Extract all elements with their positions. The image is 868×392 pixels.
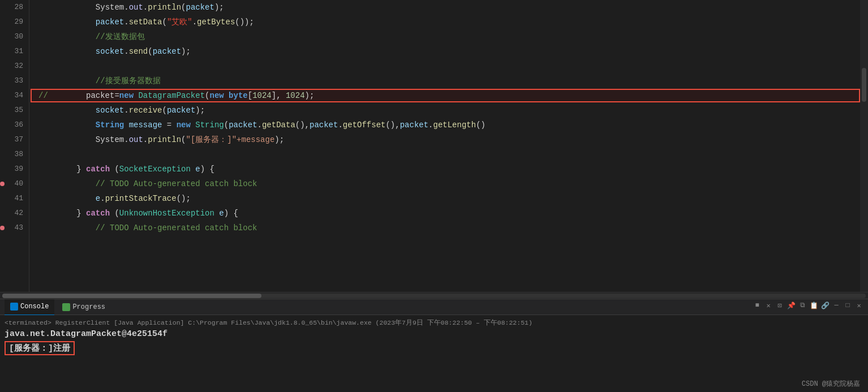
token: "[服务器：]"+message (186, 135, 274, 144)
line-number-39: 39 (0, 162, 29, 176)
token: (), (295, 120, 310, 130)
panel-toolbar: ■ ✕ ⊡ 📌 ⧉ 📋 🔗 — □ ✕ (753, 301, 863, 310)
token: println (148, 135, 181, 144)
token: //发送数据包 (96, 32, 145, 41)
token: (); (177, 194, 191, 203)
paste-button[interactable]: 📋 (809, 301, 818, 310)
token: setData (129, 18, 162, 27)
code-line-30: //发送数据包 (29, 29, 860, 44)
editor-area: 28293031323334353637383940414243 System.… (0, 0, 868, 299)
token: } (76, 165, 86, 174)
progress-tab-label: Progress (72, 299, 105, 315)
token: ( (110, 209, 119, 218)
watermark: CSDN @猿究院杨嘉 (802, 379, 860, 389)
token: ( (162, 18, 166, 27)
token: = (162, 120, 176, 130)
token: ( (148, 47, 152, 56)
code-line-32 (29, 59, 860, 74)
scrollbar-thumb[interactable] (862, 68, 866, 102)
console-content: <terminated> RegisterClient [Java Applic… (0, 315, 868, 392)
token: . (143, 3, 148, 12)
code-line-28: System.out.println(packet); (29, 0, 860, 15)
token: ], (272, 91, 286, 100)
token: System. (96, 3, 129, 12)
token: new (177, 120, 191, 130)
token: // TODO Auto-generated catch block (96, 179, 257, 188)
console-output-line1: java.net.DatagramPacket@4e25154f (5, 328, 863, 340)
token: (), (385, 120, 399, 130)
h-scroll-thumb[interactable] (2, 294, 261, 298)
line-number-36: 36 (0, 118, 29, 132)
token: DatagramPacket (138, 91, 205, 100)
token: } (76, 209, 86, 218)
token: ) { (200, 165, 214, 174)
token (124, 120, 128, 130)
code-line-35: socket.receive(packet); (29, 103, 860, 118)
line-number-41: 41 (0, 191, 29, 206)
scroll-lock-button[interactable]: ⊡ (775, 301, 784, 310)
token: . (124, 18, 128, 27)
token: ); (274, 135, 284, 144)
line-number-40: 40 (0, 176, 29, 191)
maximize-button[interactable]: □ (843, 301, 852, 310)
token: println (148, 3, 181, 12)
token: send (129, 47, 148, 56)
code-content[interactable]: System.out.println(packet); packet.setDa… (29, 0, 860, 292)
line-number-42: 42 (0, 206, 29, 221)
code-container: 28293031323334353637383940414243 System.… (0, 0, 868, 292)
code-line-34: // packet=new DatagramPacket(new byte[10… (29, 88, 860, 103)
token: socket (96, 47, 124, 56)
token: ( (162, 106, 166, 115)
token: // (38, 91, 86, 100)
token: getData (262, 120, 295, 130)
token: () (476, 120, 485, 130)
token: receive (129, 106, 162, 115)
code-line-37: System.out.println("[服务器：]"+message); (29, 132, 860, 147)
token: catch (86, 209, 110, 218)
token: . (428, 120, 433, 130)
line-number-31: 31 (0, 44, 29, 59)
token: . (257, 120, 262, 130)
line-numbers: 28293031323334353637383940414243 (0, 0, 29, 292)
token: packet= (86, 91, 119, 100)
token: UnknownHostException (119, 209, 214, 218)
token: ); (181, 47, 191, 56)
status-line: <terminated> RegisterClient [Java Applic… (5, 317, 863, 328)
code-line-42: } catch (UnknownHostException e) { (29, 206, 860, 221)
token: packet (96, 18, 124, 27)
code-line-43: // TODO Auto-generated catch block (29, 221, 860, 235)
clear-button[interactable]: ✕ (764, 301, 773, 310)
token: //接受服务器数据 (96, 76, 161, 85)
console-output-line2: [服务器：]注册 (5, 341, 75, 355)
tab-console[interactable]: Console (5, 299, 54, 315)
stop-button[interactable]: ■ (753, 301, 762, 310)
token: packet (400, 120, 428, 130)
token: ( (110, 165, 119, 174)
token: ( (224, 120, 229, 130)
token: new (119, 91, 134, 100)
token: . (124, 106, 128, 115)
line-number-38: 38 (0, 147, 29, 162)
tab-progress[interactable]: Progress (57, 299, 111, 315)
line-number-30: 30 (0, 29, 29, 44)
token: packet (153, 47, 181, 56)
minimize-button[interactable]: — (832, 301, 841, 310)
pin-button[interactable]: 📌 (787, 301, 796, 310)
code-line-29: packet.setData("艾欧".getBytes()); (29, 15, 860, 29)
token: . (338, 120, 342, 130)
token: getBytes (197, 18, 235, 27)
copy-button[interactable]: ⧉ (798, 301, 807, 310)
console-tab-label: Console (20, 299, 49, 315)
token: SocketException (119, 165, 191, 174)
link-button[interactable]: 🔗 (820, 301, 830, 310)
close-panel-button[interactable]: ✕ (854, 301, 863, 310)
token: packet (310, 120, 338, 130)
token: catch (86, 165, 110, 174)
line-number-29: 29 (0, 15, 29, 29)
horizontal-scrollbar[interactable] (0, 292, 868, 299)
panel-tabs: Console Progress ■ ✕ ⊡ 📌 ⧉ 📋 🔗 — □ ✕ (0, 299, 868, 315)
line-number-43: 43 (0, 221, 29, 235)
vertical-scrollbar[interactable] (860, 0, 868, 292)
line-number-28: 28 (0, 0, 29, 15)
token: "艾欧" (167, 18, 192, 27)
